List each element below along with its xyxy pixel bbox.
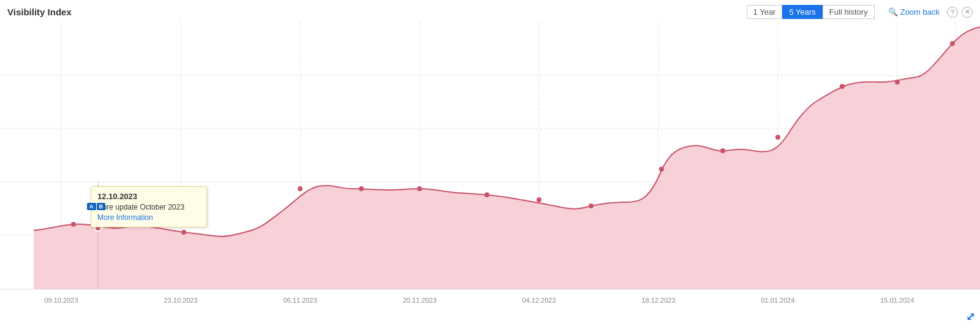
chart-svg [0,22,980,308]
tooltip-event: Core update October 2023 [97,203,200,211]
x-axis: 09.10.2023 23.10.2023 06.11.2023 20.11.2… [0,289,980,308]
page-title: Visibility Index [7,7,72,17]
one-year-button[interactable]: 1 Year [747,5,783,19]
five-years-button[interactable]: 5 Years [782,5,822,19]
svg-point-25 [840,84,845,89]
svg-point-14 [71,222,76,227]
x-label-6: 18.12.2023 [641,297,675,304]
chart-area: 12.10.2023 Core update October 2023 More… [0,22,980,308]
tooltip-date: 12.10.2023 [97,192,200,201]
x-label-5: 04.12.2023 [522,297,556,304]
full-history-button[interactable]: Full history [823,5,875,19]
expand-icon[interactable]: ⤢ [966,310,975,324]
help-icon[interactable]: ? [947,7,958,18]
svg-point-16 [298,186,303,191]
x-label-2: 23.10.2023 [164,297,197,304]
settings-icon[interactable]: ✕ [962,7,973,18]
x-label-8: 15.01.2024 [880,297,914,304]
x-label-1: 09.10.2023 [44,297,78,304]
svg-point-19 [484,192,489,197]
svg-point-20 [537,197,541,202]
svg-point-22 [659,167,664,172]
x-label-7: 01.01.2024 [761,297,794,304]
ab-badges: A B [87,203,105,210]
svg-point-18 [417,186,422,191]
badge-a: A [87,203,96,210]
header: Visibility Index 1 Year 5 Years Full his… [0,0,980,21]
svg-point-15 [181,230,186,235]
svg-point-24 [775,135,780,140]
svg-point-27 [950,41,955,46]
controls: 1 Year 5 Years Full history 🔍 Zoom back … [747,5,973,19]
svg-point-21 [589,203,594,208]
svg-point-26 [895,80,900,85]
badge-b: B [97,203,106,210]
tooltip: 12.10.2023 Core update October 2023 More… [91,186,207,227]
svg-point-17 [359,186,364,191]
zoom-icon: 🔍 [888,7,898,17]
x-label-3: 06.11.2023 [283,297,317,304]
tooltip-link[interactable]: More Information [97,213,153,222]
zoom-back-button[interactable]: 🔍 Zoom back [884,6,943,18]
svg-point-23 [720,148,725,153]
x-label-4: 20.11.2023 [402,297,436,304]
